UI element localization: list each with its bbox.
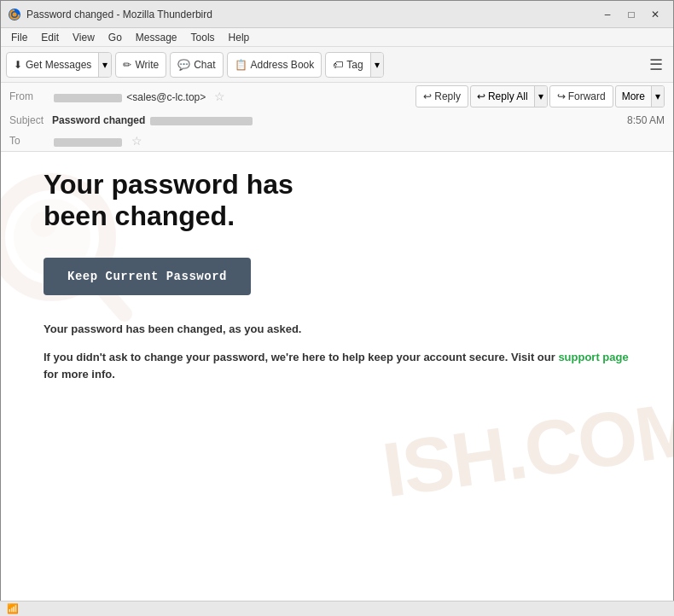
tag-label: Tag — [346, 59, 363, 71]
reply-label: Reply — [434, 90, 461, 102]
heading-line2: been changed. — [44, 200, 235, 231]
body-text: Your password has been changed, as you a… — [44, 321, 639, 383]
reply-all-dropdown[interactable]: ↩ Reply All ▾ — [470, 85, 548, 108]
email-body: ISH.COM Your password has been changed. … — [1, 152, 673, 578]
close-button[interactable]: ✕ — [644, 5, 666, 24]
write-icon: ✏ — [123, 59, 131, 71]
window-controls: – □ ✕ — [596, 5, 666, 24]
window-title: Password changed - Mozilla Thunderbird — [26, 9, 596, 20]
subject-value: Password changed — [52, 114, 620, 126]
forward-icon: ↪ — [557, 90, 566, 102]
hamburger-menu-button[interactable]: ☰ — [644, 53, 668, 77]
from-row: From <sales@c-lc.top> ☆ ↩ Reply ↩ Reply … — [1, 83, 673, 110]
to-label: To — [9, 135, 52, 147]
write-button[interactable]: ✏ Write — [115, 52, 166, 78]
menu-help[interactable]: Help — [222, 30, 257, 45]
write-label: Write — [135, 59, 159, 71]
reply-all-main[interactable]: ↩ Reply All — [471, 88, 534, 105]
to-value: ☆ — [52, 134, 665, 148]
reply-icon: ↩ — [423, 90, 432, 102]
from-value: <sales@c-lc.top> ☆ — [52, 90, 415, 103]
email-main-heading: Your password has been changed. — [44, 169, 639, 232]
body-para2-after: for more info. — [44, 368, 115, 381]
email-header: From <sales@c-lc.top> ☆ ↩ Reply ↩ Reply … — [1, 83, 673, 152]
toolbar: ⬇ Get Messages ▾ ✏ Write 💬 Chat 📋 Addres… — [1, 47, 673, 83]
get-messages-arrow[interactable]: ▾ — [98, 53, 111, 77]
email-body-container[interactable]: ISH.COM Your password has been changed. … — [1, 152, 673, 607]
header-actions: ↩ Reply ↩ Reply All ▾ ↪ Forward More ▾ — [415, 85, 665, 108]
from-name-redacted — [54, 94, 122, 102]
forward-button[interactable]: ↪ Forward — [549, 85, 613, 108]
chat-button[interactable]: 💬 Chat — [170, 52, 223, 78]
to-row: To ☆ — [1, 131, 673, 151]
more-main[interactable]: More — [616, 88, 651, 105]
from-address: <sales@c-lc.top> — [126, 91, 206, 103]
maximize-button[interactable]: □ — [620, 5, 642, 24]
subject-text: Password changed — [52, 114, 145, 126]
to-redacted — [54, 138, 122, 147]
reply-button[interactable]: ↩ Reply — [415, 85, 468, 108]
get-messages-dropdown[interactable]: ⬇ Get Messages ▾ — [6, 52, 112, 78]
menu-edit[interactable]: Edit — [34, 30, 66, 45]
more-arrow[interactable]: ▾ — [651, 86, 664, 107]
chat-label: Chat — [194, 59, 215, 71]
address-book-icon: 📋 — [235, 59, 247, 71]
menu-message[interactable]: Message — [129, 30, 184, 45]
address-book-label: Address Book — [251, 59, 315, 71]
svg-point-1 — [13, 12, 17, 16]
tag-icon: 🏷 — [333, 59, 343, 71]
menu-bar: File Edit View Go Message Tools Help — [1, 28, 673, 47]
keep-password-button[interactable]: Keep Current Password — [44, 258, 251, 295]
tag-main[interactable]: 🏷 Tag — [326, 55, 369, 74]
forward-label: Forward — [568, 90, 606, 102]
reply-all-arrow[interactable]: ▾ — [534, 86, 547, 107]
address-book-button[interactable]: 📋 Address Book — [227, 52, 322, 78]
from-label: From — [9, 90, 52, 102]
status-bar: 📶 — [0, 601, 674, 616]
from-star-icon[interactable]: ☆ — [214, 90, 225, 103]
tag-arrow[interactable]: ▾ — [370, 53, 383, 77]
get-messages-main[interactable]: ⬇ Get Messages — [7, 55, 98, 74]
get-messages-label: Get Messages — [26, 59, 91, 71]
thunderbird-icon — [8, 8, 21, 21]
reply-all-icon: ↩ — [477, 90, 485, 102]
menu-tools[interactable]: Tools — [184, 30, 222, 45]
minimize-button[interactable]: – — [596, 5, 619, 24]
chat-icon: 💬 — [177, 59, 190, 71]
menu-go[interactable]: Go — [102, 30, 129, 45]
action-button-area: Keep Current Password — [44, 258, 639, 295]
signal-icon: 📶 — [7, 603, 19, 614]
title-bar: Password changed - Mozilla Thunderbird –… — [1, 1, 673, 28]
menu-file[interactable]: File — [4, 30, 34, 45]
more-dropdown[interactable]: More ▾ — [615, 85, 665, 108]
body-paragraph-1: Your password has been changed, as you a… — [44, 321, 639, 338]
email-timestamp: 8:50 AM — [627, 114, 665, 126]
support-page-link[interactable]: support page — [558, 351, 628, 363]
menu-view[interactable]: View — [66, 30, 102, 45]
watermark-text: ISH.COM — [378, 384, 673, 515]
subject-label: Subject — [9, 114, 52, 126]
heading-line1: Your password has — [44, 169, 293, 200]
more-label: More — [622, 90, 645, 102]
subject-redacted — [150, 117, 253, 125]
body-paragraph-2: If you didn't ask to change your passwor… — [44, 349, 639, 382]
get-messages-icon: ⬇ — [14, 59, 22, 71]
reply-all-label: Reply All — [488, 90, 528, 102]
email-content: Your password has been changed. Keep Cur… — [35, 169, 639, 382]
to-star-icon[interactable]: ☆ — [131, 134, 142, 148]
tag-dropdown[interactable]: 🏷 Tag ▾ — [325, 52, 383, 78]
body-para1-text: Your password has been changed, as you a… — [44, 323, 301, 335]
subject-row: Subject Password changed 8:50 AM — [1, 110, 673, 131]
body-para2-before: If you didn't ask to change your passwor… — [44, 351, 558, 363]
